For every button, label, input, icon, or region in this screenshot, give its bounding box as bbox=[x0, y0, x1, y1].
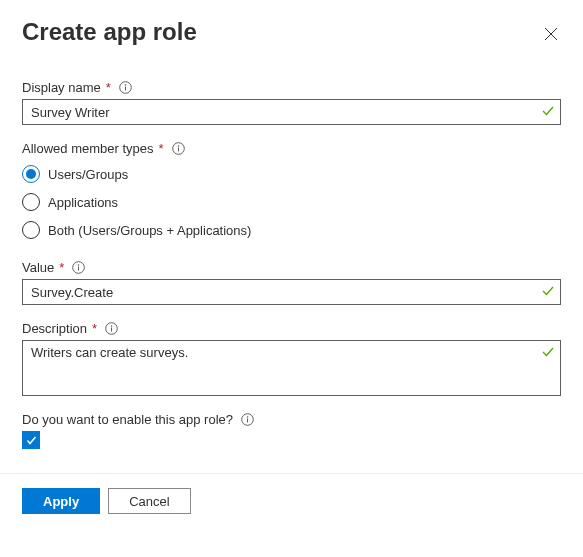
svg-point-4 bbox=[177, 145, 179, 147]
close-icon bbox=[544, 27, 558, 41]
radio-icon bbox=[22, 165, 40, 183]
close-button[interactable] bbox=[541, 24, 561, 44]
svg-point-7 bbox=[78, 264, 80, 266]
apply-button[interactable]: Apply bbox=[22, 488, 100, 514]
radio-icon bbox=[22, 221, 40, 239]
required-indicator: * bbox=[159, 141, 164, 156]
radio-label: Applications bbox=[48, 195, 118, 210]
description-input[interactable] bbox=[22, 340, 561, 396]
radio-applications[interactable]: Applications bbox=[22, 188, 561, 216]
radio-icon bbox=[22, 193, 40, 211]
display-name-label: Display name bbox=[22, 80, 101, 95]
required-indicator: * bbox=[106, 80, 111, 95]
svg-point-10 bbox=[111, 325, 113, 327]
svg-rect-14 bbox=[247, 419, 248, 423]
radio-both[interactable]: Both (Users/Groups + Applications) bbox=[22, 216, 561, 244]
description-label: Description bbox=[22, 321, 87, 336]
svg-point-13 bbox=[247, 416, 249, 418]
required-indicator: * bbox=[59, 260, 64, 275]
radio-label: Users/Groups bbox=[48, 167, 128, 182]
radio-label: Both (Users/Groups + Applications) bbox=[48, 223, 251, 238]
checkmark-icon bbox=[25, 434, 38, 447]
info-icon[interactable] bbox=[72, 261, 85, 274]
svg-rect-5 bbox=[178, 148, 179, 152]
enable-label: Do you want to enable this app role? bbox=[22, 412, 233, 427]
enable-checkbox[interactable] bbox=[22, 431, 40, 449]
display-name-input[interactable] bbox=[22, 99, 561, 125]
radio-users-groups[interactable]: Users/Groups bbox=[22, 160, 561, 188]
page-title: Create app role bbox=[22, 18, 197, 46]
info-icon[interactable] bbox=[119, 81, 132, 94]
svg-rect-8 bbox=[78, 267, 79, 271]
svg-rect-11 bbox=[111, 328, 112, 332]
member-types-label: Allowed member types bbox=[22, 141, 154, 156]
info-icon[interactable] bbox=[105, 322, 118, 335]
cancel-button[interactable]: Cancel bbox=[108, 488, 190, 514]
value-input[interactable] bbox=[22, 279, 561, 305]
svg-rect-2 bbox=[125, 87, 126, 91]
svg-point-1 bbox=[125, 84, 127, 86]
info-icon[interactable] bbox=[241, 413, 254, 426]
info-icon[interactable] bbox=[172, 142, 185, 155]
value-label: Value bbox=[22, 260, 54, 275]
required-indicator: * bbox=[92, 321, 97, 336]
